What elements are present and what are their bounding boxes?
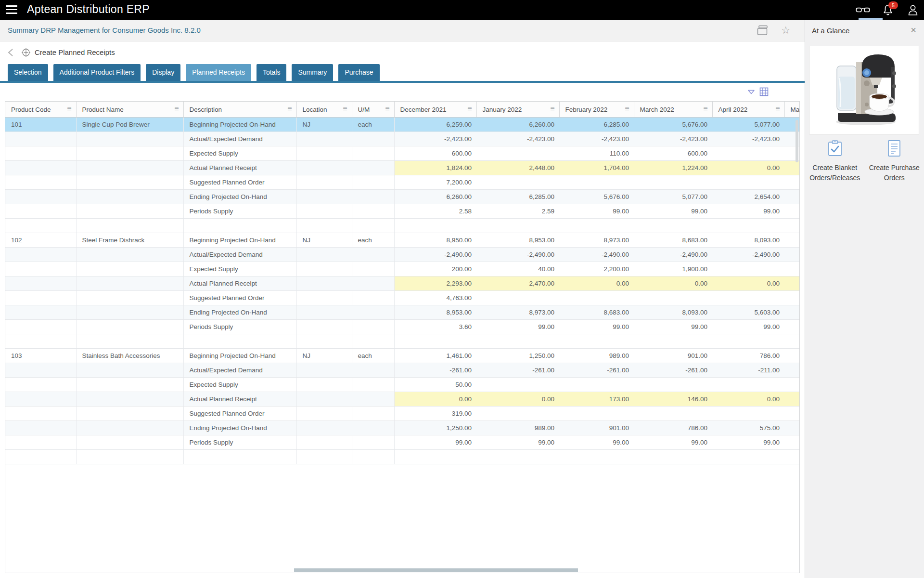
grid-cell[interactable] (5, 276, 76, 291)
grid-cell[interactable]: 8,683.00 (559, 305, 634, 320)
grid-cell[interactable] (5, 132, 76, 146)
grid-cell[interactable]: 3.60 (394, 320, 476, 334)
table-row[interactable]: Suggested Planned Order319.00 (5, 407, 800, 421)
column-menu-icon[interactable]: ≡ (467, 105, 472, 113)
grid-cell[interactable] (352, 175, 394, 190)
table-row[interactable]: 102Steel Frame DishrackBeginning Project… (5, 233, 800, 248)
grid-cell[interactable] (5, 305, 76, 320)
grid-cell[interactable]: 2.58 (394, 204, 476, 219)
grid-cell[interactable]: 99.00 (634, 435, 712, 450)
grid-cell[interactable]: 0.00 (712, 392, 784, 407)
grid-cell[interactable]: -211.00 (712, 363, 784, 378)
grid-cell[interactable]: Actual Planned Receipt (183, 161, 296, 175)
grid-cell[interactable]: -2,423.00 (634, 132, 712, 146)
grid-cell[interactable] (5, 248, 76, 262)
grid-cell[interactable] (352, 305, 394, 320)
grid-cell[interactable] (352, 407, 394, 421)
column-header[interactable]: December 2021≡ (394, 102, 476, 118)
column-header[interactable]: Product Name≡ (76, 102, 183, 118)
grid-cell[interactable]: 5,077.00 (634, 190, 712, 204)
grid-cell[interactable] (784, 233, 800, 248)
grid-cell[interactable]: 1,250.00 (476, 349, 559, 363)
grid-cell[interactable] (76, 146, 183, 161)
grid-cell[interactable]: -2,490.00 (394, 248, 476, 262)
grid-cell[interactable]: Suggested Planned Order (183, 291, 296, 305)
tab-additional-product-filters[interactable]: Additional Product Filters (53, 64, 141, 81)
grid-cell[interactable]: 0.00 (559, 276, 634, 291)
grid-cell[interactable] (712, 291, 784, 305)
grid-cell[interactable]: 1,461.00 (394, 349, 476, 363)
back-chevron-icon[interactable] (7, 48, 15, 57)
notifications-bell-icon[interactable]: 5 (881, 3, 895, 17)
column-menu-icon[interactable]: ≡ (775, 105, 780, 113)
table-row[interactable]: Suggested Planned Order7,200.00 (5, 175, 800, 190)
grid-cell[interactable] (296, 305, 352, 320)
table-row[interactable]: Expected Supply50.00 (5, 378, 800, 392)
grid-cell[interactable] (352, 392, 394, 407)
grid-cell[interactable] (559, 291, 634, 305)
grid-cell[interactable]: 8,973.00 (559, 233, 634, 248)
grid-cell[interactable] (784, 204, 800, 219)
grid-cell[interactable] (76, 204, 183, 219)
grid-cell[interactable]: 2,654.00 (712, 190, 784, 204)
grid-cell[interactable]: 8,683.00 (634, 233, 712, 248)
grid-cell[interactable] (76, 262, 183, 276)
grid-cell[interactable] (296, 407, 352, 421)
create-blanket-orders-button[interactable]: Create Blanket Orders/Releases (805, 140, 865, 183)
grid-cell[interactable] (5, 204, 76, 219)
grid-cell[interactable] (76, 175, 183, 190)
grid-cell[interactable]: -2,490.00 (712, 248, 784, 262)
grid-cell[interactable]: Steel Frame Dishrack (76, 233, 183, 248)
grid-cell[interactable] (76, 132, 183, 146)
table-row[interactable]: Actual/Expected Demand-261.00-261.00-261… (5, 363, 800, 378)
grid-cell[interactable] (784, 407, 800, 421)
grid-cell[interactable] (712, 175, 784, 190)
grid-cell[interactable]: 2.59 (476, 204, 559, 219)
grid-cell[interactable]: 99.00 (712, 435, 784, 450)
grid-cell[interactable] (296, 262, 352, 276)
grid-cell[interactable] (784, 175, 800, 190)
grid-cell[interactable]: Ending Projected On-Hand (183, 305, 296, 320)
grid-cell[interactable]: 200.00 (394, 262, 476, 276)
grid-cell[interactable] (296, 378, 352, 392)
grid-cell[interactable] (784, 363, 800, 378)
grid-cell[interactable]: Suggested Planned Order (183, 407, 296, 421)
grid-cell[interactable]: -2,423.00 (712, 132, 784, 146)
grid-cell[interactable] (296, 175, 352, 190)
tab-planned-receipts[interactable]: Planned Receipts (186, 64, 251, 81)
grid-cell[interactable]: Periods Supply (183, 435, 296, 450)
table-row[interactable]: 103Stainless Bath AccessoriesBeginning P… (5, 349, 800, 363)
windows-stack-icon[interactable] (756, 25, 769, 36)
grid-cell[interactable]: 99.00 (559, 320, 634, 334)
vertical-scrollbar[interactable] (796, 120, 798, 162)
grid-cell[interactable] (5, 392, 76, 407)
grid-cell[interactable]: Periods Supply (183, 320, 296, 334)
tab-summary[interactable]: Summary (292, 64, 333, 81)
grid-cell[interactable] (352, 248, 394, 262)
grid-cell[interactable]: Ending Projected On-Hand (183, 190, 296, 204)
grid-cell[interactable]: Single Cup Pod Brewer (76, 118, 183, 132)
grid-cell[interactable]: 600.00 (394, 146, 476, 161)
grid-cell[interactable]: -261.00 (634, 363, 712, 378)
tab-display[interactable]: Display (146, 64, 180, 81)
grid-cell[interactable] (784, 421, 800, 435)
grid-cell[interactable]: 99.00 (476, 320, 559, 334)
grid-cell[interactable] (476, 378, 559, 392)
column-header[interactable]: February 2022≡ (559, 102, 634, 118)
grid-cell[interactable] (784, 190, 800, 204)
grid-cell[interactable] (5, 435, 76, 450)
grid-cell[interactable] (5, 161, 76, 175)
column-header[interactable]: March 2022≡ (634, 102, 712, 118)
grid-cell[interactable]: -2,423.00 (476, 132, 559, 146)
grid-cell[interactable]: Stainless Bath Accessories (76, 349, 183, 363)
grid-cell[interactable]: 5,603.00 (712, 305, 784, 320)
grid-cell[interactable] (296, 435, 352, 450)
grid-cell[interactable]: 101 (5, 118, 76, 132)
grid-cell[interactable] (712, 262, 784, 276)
grid-cell[interactable]: 2,200.00 (559, 262, 634, 276)
grid-cell[interactable] (784, 435, 800, 450)
user-profile-icon[interactable] (906, 3, 920, 17)
grid-cell[interactable] (76, 190, 183, 204)
grid-cell[interactable] (784, 349, 800, 363)
column-menu-icon[interactable]: ≡ (703, 105, 707, 113)
